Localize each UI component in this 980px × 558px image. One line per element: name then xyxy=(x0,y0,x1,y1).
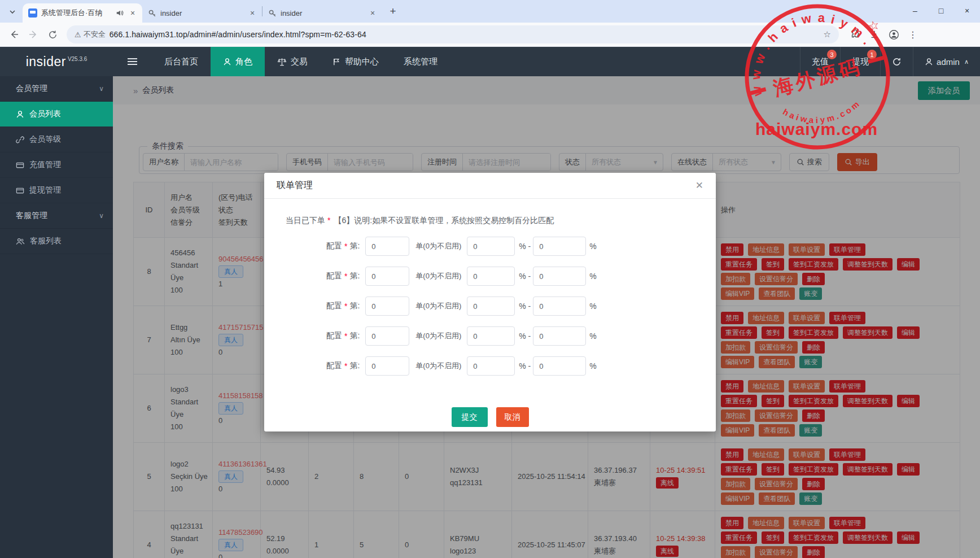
window-minimize-button[interactable]: – xyxy=(902,0,928,21)
extensions-puzzle-icon[interactable] xyxy=(849,28,861,41)
percent-sign: % xyxy=(589,361,596,370)
admin-username: admin xyxy=(937,57,960,67)
item-label: 提现管理 xyxy=(29,185,61,195)
new-tab-button[interactable]: + xyxy=(386,4,400,19)
refresh-nav-button[interactable] xyxy=(880,47,913,76)
url-bar[interactable]: ⚠ 不安全 666.1.haiwaiym31.top/admin#/admin/… xyxy=(67,25,839,43)
item-label: 会员列表 xyxy=(29,109,61,119)
orders-input[interactable] xyxy=(365,326,409,346)
note-label: 当日已下单 xyxy=(286,216,325,225)
sidebar-group-members[interactable]: 会员管理 ∨ xyxy=(0,76,113,102)
percent-min-input[interactable] xyxy=(467,267,515,286)
nav-label: 系统管理 xyxy=(404,56,438,67)
forward-button[interactable] xyxy=(25,26,42,43)
percent-max-input[interactable] xyxy=(533,297,586,316)
cancel-button[interactable]: 取消 xyxy=(496,407,529,427)
sidebar-item-support-list[interactable]: 客服列表 xyxy=(0,229,113,254)
user-icon xyxy=(16,110,24,119)
nav-item-system[interactable]: 系统管理 xyxy=(391,47,450,76)
window-close-button[interactable]: × xyxy=(954,0,980,21)
required-asterisk: * xyxy=(344,302,347,311)
orders-input[interactable] xyxy=(365,237,409,256)
percent-separator: % - xyxy=(519,302,531,311)
orders-input[interactable] xyxy=(365,297,409,316)
nav-item-home[interactable]: 后台首页 xyxy=(152,47,211,76)
item-label: 充值管理 xyxy=(29,160,61,170)
back-arrow-icon xyxy=(9,29,19,40)
percent-separator: % - xyxy=(519,272,531,281)
percent-min-input[interactable] xyxy=(467,297,515,316)
group-label: 会员管理 xyxy=(16,84,47,94)
security-warning[interactable]: ⚠ 不安全 xyxy=(75,29,106,40)
required-asterisk: * xyxy=(344,272,347,281)
bookmark-star-icon[interactable]: ☆ xyxy=(824,29,831,40)
profile-avatar-icon[interactable] xyxy=(887,28,900,41)
nav-item-help[interactable]: 帮助中心 xyxy=(320,47,391,76)
config-row-2: 配置*第:单(0为不启用)% -% xyxy=(326,267,716,286)
sidebar-item-recharge-mgmt[interactable]: 充值管理 xyxy=(0,152,113,178)
url-text[interactable]: 666.1.haiwaiym31.top/admin#/admin/users/… xyxy=(110,30,366,39)
tab-search-button[interactable] xyxy=(5,4,20,20)
percent-sign: % xyxy=(589,332,596,341)
percent-max-input[interactable] xyxy=(533,267,586,286)
refresh-icon xyxy=(892,57,902,67)
percent-max-input[interactable] xyxy=(533,237,586,256)
config-row-4: 配置*第:单(0为不启用)% -% xyxy=(326,326,716,346)
tab-close-icon[interactable]: × xyxy=(128,8,138,18)
chevron-down-icon: ∨ xyxy=(99,212,104,220)
browser-tab-3[interactable]: insider × xyxy=(262,3,382,23)
tab-title: 系统管理后台·百纳 xyxy=(41,8,112,18)
nav-item-trade[interactable]: 交易 xyxy=(265,47,320,76)
config-label: 配置 xyxy=(326,301,342,311)
withdraw-label: 提现 xyxy=(852,56,869,67)
browser-toolbar: ⚠ 不安全 666.1.haiwaiym31.top/admin#/admin/… xyxy=(0,23,980,47)
chevron-down-icon: ∨ xyxy=(99,85,104,93)
audio-speaker-icon[interactable] xyxy=(116,9,124,17)
withdraw-nav-button[interactable]: 提现 1 xyxy=(840,47,880,76)
percent-min-input[interactable] xyxy=(467,356,515,376)
reload-button[interactable] xyxy=(44,26,61,43)
orders-input[interactable] xyxy=(365,356,409,376)
security-label: 不安全 xyxy=(84,29,106,40)
withdraw-badge: 1 xyxy=(867,50,877,59)
percent-min-input[interactable] xyxy=(467,237,515,256)
sidebar-item-withdraw-mgmt[interactable]: 提现管理 xyxy=(0,178,113,203)
downloads-icon[interactable] xyxy=(868,28,881,41)
recharge-badge: 3 xyxy=(827,50,837,59)
group-label: 客服管理 xyxy=(16,211,47,221)
config-label-suffix: 第: xyxy=(349,361,360,371)
modal-note: 当日已下单*【6】说明:如果不设置联单管理，系统按照交易控制百分比匹配 xyxy=(286,216,716,226)
chevron-up-icon: ∧ xyxy=(964,58,969,66)
required-asterisk: * xyxy=(344,332,347,341)
admin-user-menu[interactable]: admin ∧ xyxy=(913,47,980,76)
browser-menu-kebab-icon[interactable]: ⋮ xyxy=(907,28,919,41)
window-maximize-button[interactable]: □ xyxy=(928,0,954,21)
browser-tab-2[interactable]: insider × xyxy=(142,3,262,23)
browser-tabstrip: 系统管理后台·百纳 × insider × insider × + – □ × xyxy=(0,0,980,23)
tab-close-icon[interactable]: × xyxy=(368,8,378,18)
recharge-nav-button[interactable]: 充值 3 xyxy=(800,47,840,76)
orders-unit-label: 单(0为不启用) xyxy=(415,301,461,311)
percent-max-input[interactable] xyxy=(533,326,586,346)
submit-button[interactable]: 提交 xyxy=(452,407,488,427)
percent-max-input[interactable] xyxy=(533,356,586,376)
modal-title: 联单管理 xyxy=(277,180,313,191)
close-icon[interactable]: ✕ xyxy=(695,180,703,191)
sidebar-item-member-list[interactable]: 会员列表 xyxy=(0,102,113,127)
back-button[interactable] xyxy=(6,26,23,43)
collapse-menu-button[interactable] xyxy=(113,47,152,76)
browser-tab-1[interactable]: 系统管理后台·百纳 × xyxy=(23,3,142,23)
logo-text: insider xyxy=(26,54,66,69)
user-icon xyxy=(223,58,231,66)
sidebar-item-member-level[interactable]: 会员等级 xyxy=(0,127,113,152)
nav-label: 角色 xyxy=(235,56,252,67)
forward-arrow-icon xyxy=(28,29,38,40)
percent-min-input[interactable] xyxy=(467,326,515,346)
tab3-favicon xyxy=(268,9,277,18)
nav-item-roles[interactable]: 角色 xyxy=(211,47,265,76)
orders-input[interactable] xyxy=(365,267,409,286)
required-asterisk: * xyxy=(344,242,347,251)
tab-close-icon[interactable]: × xyxy=(247,8,257,18)
sidebar-group-support[interactable]: 客服管理 ∨ xyxy=(0,203,113,229)
hamburger-icon xyxy=(128,56,137,67)
